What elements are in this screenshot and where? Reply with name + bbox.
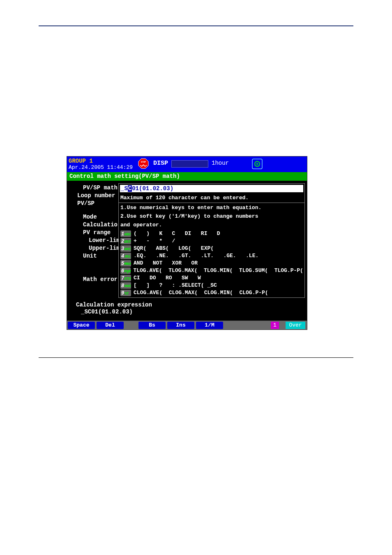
label-loop-number: Loop number [77,192,120,200]
svg-marker-0 [138,159,148,168]
svg-text:STOP: STOP [141,161,146,164]
key-5-items: AND NOT XOR OR [134,260,198,267]
label-pvsp: PV/SP [77,200,120,207]
key-row-3[interactable]: 3GHISQR( ABS( LOG( EXP( [120,245,303,252]
key-7-icon: 7STU [120,275,131,281]
group-label: GROUP 1 [69,158,133,164]
softkey-1m[interactable]: 1/M [196,322,223,329]
label-calculatio: Calculatio [83,221,120,229]
title-bar: Control math setting(PV/SP math) [67,172,307,181]
hint-1: 1.Use numerical keys to enter math equat… [119,203,304,212]
refresh-icon[interactable] [252,159,263,169]
max-chars-msg: Maximum of 120 character can be entered. [119,193,304,202]
key-9-icon: 9YZ [120,290,131,296]
stop-icon: STOP [138,158,149,169]
key-row-9[interactable]: 9YZCLOG.AVE( CLOG.MAX( CLOG.MIN( CLOG.P-… [120,289,303,297]
key-row-5[interactable]: 5MNOAND NOT XOR OR [120,260,303,267]
datetime-label: Apr.24.2005 11:44:29 [69,164,133,170]
key-2-icon: 2DEF [120,238,131,244]
calc-expression-value: _SC01(01.02.03) [81,309,152,315]
key-row-8[interactable]: 8VWX[ ] ? : .SELECT( _SC [120,282,303,289]
input-rest: 01(01.02.03) [132,185,173,192]
key-3-icon: 3GHI [120,245,131,252]
softkey-ins[interactable]: Ins [167,322,194,329]
left-panel: PV/SP math Loop number PV/SP Mode Calcul… [77,184,120,283]
key-3-items: SQR( ABS( LOG( EXP( [134,245,214,252]
label-upper-lim: Upper-lim [89,244,120,252]
key-9-items: CLOG.AVE( CLOG.MAX( CLOG.MIN( CLOG.P-P( [134,289,268,297]
key-row-6[interactable]: 6PQRTLOG.AVE( TLOG.MAX( TLOG.MIN( TLOG.S… [120,267,303,274]
label-math-error: Math error [83,276,120,283]
device-screen: GROUP 1 Apr.24.2005 11:44:29 STOP DISP 1… [67,156,307,330]
group-block: GROUP 1 Apr.24.2005 11:44:29 [69,158,133,170]
period-label: 1hour [212,160,229,166]
header-bar: GROUP 1 Apr.24.2005 11:44:29 STOP DISP 1… [67,157,307,172]
math-entry-popup: _SC01(01.02.03) Maximum of 120 character… [118,183,305,298]
label-pv-range: PV range [83,229,120,237]
key-8-items: [ ] ? : .SELECT( _SC [134,282,217,289]
key-8-icon: 8VWX [120,282,131,289]
softkey-space[interactable]: Space [68,322,95,329]
disp-label: DISP [153,160,168,167]
softkey-del[interactable]: Del [97,322,124,329]
hint-2b: and operator. [119,221,304,229]
key-1-icon: 1ABC [120,230,131,237]
expression-input[interactable]: _SC01(01.02.03) [120,185,303,192]
input-cursor: C [128,185,132,192]
key-row-7[interactable]: 7STUCI DO RO SW W [120,274,303,282]
calc-expression-label: Calculation expression [76,302,152,309]
label-pvsp-math: PV/SP math [83,184,120,192]
key-row-4[interactable]: 4JKL.EQ. .NE. .GT. .LT. .GE. .LE. [120,252,303,260]
softkey-bs[interactable]: Bs [138,322,166,329]
key-grid: 1ABC( ) K C DI RI D 2DEF+ - * / 3GHISQR(… [119,229,304,297]
key-row-2[interactable]: 2DEF+ - * / [120,237,303,245]
label-unit: Unit [83,252,120,260]
input-prefix: _S [121,185,128,192]
top-divider [39,25,353,26]
key-4-items: .EQ. .NE. .GT. .LT. .GE. .LE. [134,252,258,260]
key-row-1[interactable]: 1ABC( ) K C DI RI D [120,230,303,237]
key-1-items: ( ) K C DI RI D [134,230,220,237]
key-6-items: TLOG.AVE( TLOG.MAX( TLOG.MIN( TLOG.SUM( … [133,267,303,274]
main-content: PV/SP math Loop number PV/SP Mode Calcul… [67,181,307,320]
key-6-icon: 6PQR [120,267,131,274]
label-mode: Mode [83,213,120,221]
key-4-icon: 4JKL [120,253,131,259]
softkey-slot[interactable]: 1 [271,322,279,329]
section-divider [39,357,353,358]
softkey-over[interactable]: Over [286,322,305,329]
softkey-bar: Space Del Bs Ins 1/M 1 Over [67,320,307,329]
key-7-items: CI DO RO SW W [134,274,201,282]
svg-point-4 [256,163,258,165]
calc-expression-block: Calculation expression _SC01(01.02.03) [76,302,152,315]
label-lower-lim: Lower-lim [89,237,120,244]
key-2-items: + - * / [134,237,175,245]
screen-container: GROUP 1 Apr.24.2005 11:44:29 STOP DISP 1… [67,156,307,330]
disp-progress-box [171,160,208,168]
hint-2: 2.Use soft key ('1/M'key) to change numb… [119,212,304,221]
key-5-icon: 5MNO [120,260,131,267]
